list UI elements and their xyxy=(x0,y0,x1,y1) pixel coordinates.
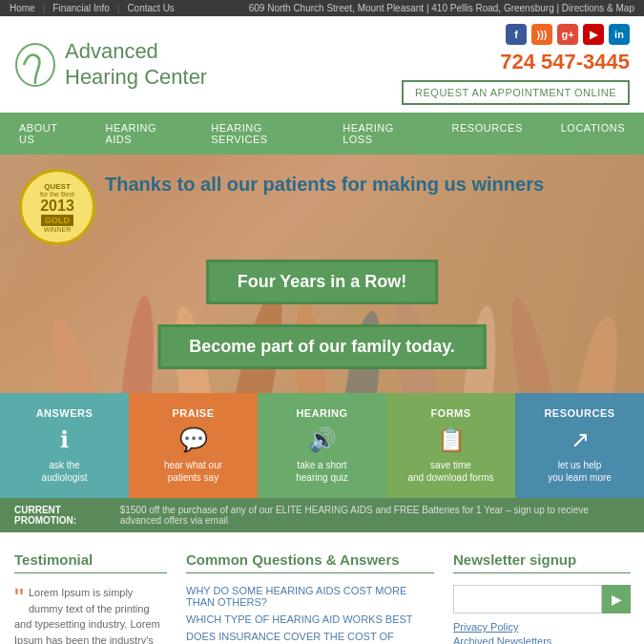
social-icons: f ))) g+ ▶ in xyxy=(402,24,630,45)
external-link-icon: ↗ xyxy=(525,426,634,453)
hero-box1: Four Years in a Row! xyxy=(206,260,439,304)
tile-hearing-title: HEARING xyxy=(267,407,377,419)
faq-section: Common Questions & Answers WHY DO SOME H… xyxy=(186,551,434,644)
phone-number: 724 547-3445 xyxy=(402,50,630,74)
faq-item[interactable]: DOES INSURANCE COVER THE COST OF HEARING… xyxy=(186,631,434,644)
nav-hearing-loss[interactable]: Hearing Loss xyxy=(323,113,432,155)
archived-newsletters-link[interactable]: Archived Newsletters xyxy=(453,635,631,644)
content-area: Testimonial " Lorem Ipsum is simply dumm… xyxy=(0,532,644,644)
faq-title: Common Questions & Answers xyxy=(186,551,434,573)
newsletter-input-row: ▶ xyxy=(453,585,631,613)
nav-hearing-services[interactable]: Hearing Services xyxy=(192,113,323,155)
testimonial-title: Testimonial xyxy=(14,551,167,573)
hero-section: Quest for the Best 2013 GOLD WINNER Than… xyxy=(0,155,644,393)
testimonial-text: " Lorem Ipsum is simply dummy text of th… xyxy=(14,585,167,644)
tile-praise-sub: hear what ourpatients say xyxy=(138,459,248,484)
tile-resources-sub: let us helpyou learn more xyxy=(525,459,634,484)
newsletter-email-input[interactable] xyxy=(453,585,602,613)
hero-box2: Become part of our family today. xyxy=(157,324,487,369)
tile-answers-title: ANSWERS xyxy=(10,407,119,419)
tile-hearing-sub: take a shorthearing quiz xyxy=(267,459,377,484)
nav-about[interactable]: About Us xyxy=(0,113,86,155)
facebook-icon[interactable]: f xyxy=(506,24,527,45)
quest-label: Quest xyxy=(44,182,71,191)
chat-icon: 💬 xyxy=(138,426,248,453)
quest-year: 2013 xyxy=(40,197,74,215)
promo-text: $1500 off the purchase of any of our ELI… xyxy=(120,505,630,526)
tile-praise-title: PRAISE xyxy=(138,407,248,419)
quote-mark-icon: " xyxy=(14,585,24,612)
linkedin-icon[interactable]: in xyxy=(609,24,630,45)
speaker-icon: 🔊 xyxy=(267,426,377,453)
tile-resources[interactable]: RESOURCES ↗ let us helpyou learn more xyxy=(515,393,644,498)
logo-icon xyxy=(14,38,57,91)
tile-praise[interactable]: PRAISE 💬 hear what ourpatients say xyxy=(129,393,258,498)
newsletter-title: Newsletter signup xyxy=(453,551,631,573)
contact-link[interactable]: Contact Us xyxy=(127,3,174,13)
promo-bar: CURRENT PROMOTION: $1500 off the purchas… xyxy=(0,498,644,532)
info-icon: ℹ xyxy=(10,426,119,453)
privacy-policy-link[interactable]: Privacy Policy xyxy=(453,621,631,633)
tile-hearing[interactable]: HEARING 🔊 take a shorthearing quiz xyxy=(258,393,386,498)
hero-headline: Thanks to all our patients for making us… xyxy=(105,174,625,196)
nav-resources[interactable]: Resources xyxy=(433,113,542,155)
logo-area: Advanced Hearing Center xyxy=(14,38,207,91)
tile-forms-sub: save timeand download forms xyxy=(396,459,506,484)
quest-badge: Quest for the Best 2013 GOLD WINNER xyxy=(19,169,95,245)
quest-winner: WINNER xyxy=(44,226,71,233)
nav-locations[interactable]: Locations xyxy=(542,113,644,155)
testimonial-section: Testimonial " Lorem Ipsum is simply dumm… xyxy=(14,551,167,644)
header: Advanced Hearing Center f ))) g+ ▶ in 72… xyxy=(0,16,644,113)
financial-link[interactable]: Financial Info xyxy=(52,3,109,13)
faq-item[interactable]: WHICH TYPE OF HEARING AID WORKS BEST xyxy=(186,613,434,625)
faq-item[interactable]: WHY DO SOME HEARING AIDS COST MORE THAN … xyxy=(186,585,434,608)
tile-forms-title: FORMS xyxy=(396,407,506,419)
header-right: f ))) g+ ▶ in 724 547-3445 REQUEST AN AP… xyxy=(402,24,630,105)
forms-icon: 📋 xyxy=(396,426,506,453)
quest-gold: GOLD xyxy=(41,215,73,226)
newsletter-section: Newsletter signup ▶ Privacy Policy Archi… xyxy=(453,551,631,644)
rss-icon[interactable]: ))) xyxy=(531,24,552,45)
main-nav: About Us Hearing Aids Hearing Services H… xyxy=(0,113,644,155)
nav-hearing-aids[interactable]: Hearing Aids xyxy=(86,113,192,155)
google-plus-icon[interactable]: g+ xyxy=(557,24,578,45)
logo-text: Advanced Hearing Center xyxy=(65,39,207,90)
tile-resources-title: RESOURCES xyxy=(525,407,634,419)
youtube-icon[interactable]: ▶ xyxy=(583,24,604,45)
home-link[interactable]: Home xyxy=(10,3,35,13)
address-text: 609 North Church Street, Mount Pleasant … xyxy=(249,3,634,13)
appointment-button[interactable]: REQUEST AN APPOINTMENT ONLINE xyxy=(402,80,630,105)
tile-answers-sub: ask theaudiologist xyxy=(10,459,119,484)
icon-tiles: ANSWERS ℹ ask theaudiologist PRAISE 💬 he… xyxy=(0,393,644,498)
promo-label: CURRENT PROMOTION: xyxy=(14,505,113,526)
top-bar: Home | Financial Info | Contact Us 609 N… xyxy=(0,0,644,16)
tile-answers[interactable]: ANSWERS ℹ ask theaudiologist xyxy=(0,393,129,498)
newsletter-submit-button[interactable]: ▶ xyxy=(602,585,631,613)
tile-forms[interactable]: FORMS 📋 save timeand download forms xyxy=(386,393,515,498)
